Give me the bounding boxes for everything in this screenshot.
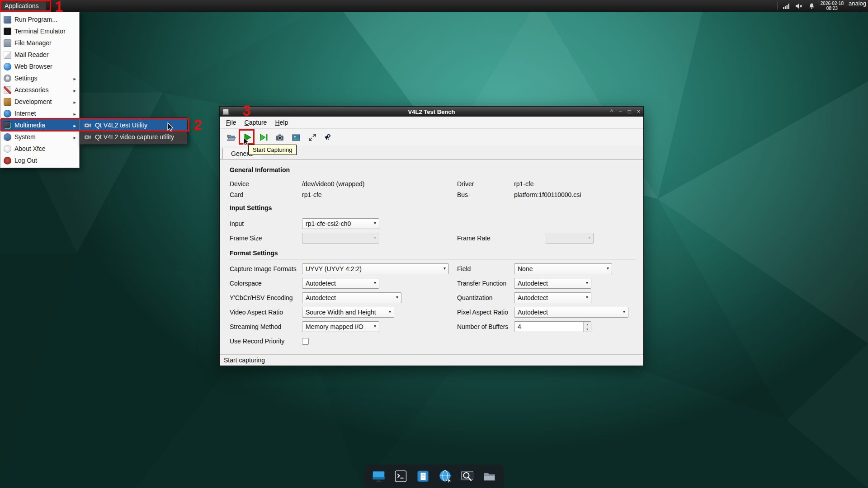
- start-capturing-button[interactable]: [241, 131, 254, 144]
- panel-corner-text: analog: [849, 0, 866, 7]
- menu-item-label: File Manager: [14, 39, 52, 47]
- quantization-combobox[interactable]: Autodetect: [514, 292, 591, 303]
- spin-down-icon[interactable]: [584, 327, 591, 332]
- submenu-arrow-icon: [71, 133, 76, 141]
- spin-up-icon[interactable]: [584, 322, 591, 327]
- frame-size-label: Frame Size: [230, 235, 302, 242]
- dock-file-manager-launcher[interactable]: [481, 467, 499, 485]
- pixel-aspect-combobox[interactable]: Autodetect: [514, 307, 628, 318]
- menu-item-accessories[interactable]: Accessories: [0, 84, 79, 96]
- menu-item-multimedia[interactable]: Multimedia: [0, 119, 79, 131]
- menu-item-internet[interactable]: Internet: [0, 108, 79, 119]
- menu-file[interactable]: File: [222, 117, 241, 127]
- top-panel: Applications 2026-02-18 08:23 analog: [0, 0, 868, 12]
- info-row-card-bus: Card rp1-cfe Bus platform:1f00110000.csi: [230, 189, 637, 200]
- status-text: Start capturing: [224, 357, 265, 364]
- input-combobox[interactable]: rp1-cfe-csi2-ch0: [302, 218, 379, 229]
- ycbcr-encoding-label: Y'CbCr/HSV Encoding: [230, 294, 302, 301]
- whats-this-help-button[interactable]: [322, 131, 335, 144]
- record-priority-checkbox[interactable]: [302, 338, 309, 345]
- dock-terminal-launcher[interactable]: [392, 467, 410, 485]
- bus-label: Bus: [457, 191, 514, 198]
- submenu-item-qt-v4l2-video-capture-utility[interactable]: Qt V4L2 video capture utility: [80, 131, 187, 143]
- close-button[interactable]: ×: [637, 107, 640, 117]
- mail-icon: [4, 51, 11, 59]
- menu-item-settings[interactable]: Settings: [0, 72, 79, 84]
- open-file-button[interactable]: [224, 131, 238, 144]
- card-label: Card: [230, 191, 302, 198]
- dock-web-browser-launcher[interactable]: [436, 467, 454, 485]
- menu-item-label: Log Out: [14, 157, 37, 164]
- menu-item-terminal-emulator[interactable]: Terminal Emulator: [0, 25, 79, 37]
- dock-text-editor-launcher[interactable]: [414, 467, 432, 485]
- colorspace-combobox[interactable]: Autodetect: [302, 278, 379, 289]
- menu-item-label: Multimedia: [14, 122, 45, 129]
- menu-item-file-manager[interactable]: File Manager: [0, 37, 79, 49]
- submenu-item-qt-v4l2-test-utility[interactable]: Qt V4L2 test Utility: [80, 119, 187, 131]
- desktop-display-icon: [370, 468, 387, 485]
- snapshot-button[interactable]: [273, 131, 287, 144]
- start-capturing-frame-icon: [259, 132, 269, 142]
- transfer-function-combobox[interactable]: Autodetect: [514, 278, 591, 289]
- menu-item-mail-reader[interactable]: Mail Reader: [0, 49, 79, 61]
- start-capturing-tooltip: Start Capturing: [248, 145, 297, 155]
- menu-item-log-out[interactable]: Log Out: [0, 155, 79, 166]
- video-aspect-label: Video Aspect Ratio: [230, 309, 302, 316]
- dock-desktop-launcher[interactable]: [370, 467, 388, 485]
- quantization-label: Quantization: [457, 294, 514, 301]
- shade-button[interactable]: ^: [610, 107, 613, 117]
- window-statusbar: Start capturing: [220, 354, 643, 366]
- network-signal-icon[interactable]: [783, 2, 790, 10]
- menu-item-label: Development: [14, 98, 52, 105]
- about-xfce-icon: [4, 145, 11, 153]
- submenu-item-label: Qt V4L2 test Utility: [95, 122, 147, 129]
- menu-item-web-browser[interactable]: Web Browser: [0, 61, 79, 72]
- maximize-button[interactable]: □: [628, 107, 631, 117]
- window-icon: [223, 109, 229, 115]
- transfer-function-label: Transfer Function: [457, 280, 514, 287]
- resize-to-frame-button[interactable]: [306, 131, 319, 144]
- row-video-pixel-aspect: Video Aspect Ratio Source Width and Heig…: [230, 305, 637, 319]
- save-raw-frame-icon: [291, 132, 301, 142]
- applications-menu-label: Applications: [5, 2, 39, 9]
- applications-menu-button[interactable]: Applications: [0, 0, 46, 12]
- dock-app-finder-launcher[interactable]: [458, 467, 476, 485]
- clock-time: 08:23: [826, 6, 838, 11]
- menu-help[interactable]: Help: [271, 117, 292, 127]
- driver-label: Driver: [457, 180, 514, 188]
- submenu-item-label: Qt V4L2 video capture utility: [95, 133, 174, 141]
- panel-clock[interactable]: 2026-02-18 08:23: [821, 1, 844, 11]
- volume-muted-icon[interactable]: [795, 2, 803, 10]
- start-capturing-frame-button[interactable]: [257, 131, 270, 144]
- menu-item-about-xfce[interactable]: About Xfce: [0, 143, 79, 155]
- clock-date: 2026-02-18: [821, 1, 844, 6]
- system-icon: [4, 133, 11, 141]
- notifications-bell-icon[interactable]: [808, 2, 816, 10]
- file-manager-folder-icon: [481, 468, 498, 485]
- capture-formats-combobox[interactable]: UYVY (UYVY 4:2:2): [302, 263, 449, 274]
- menu-item-system[interactable]: System: [0, 131, 79, 143]
- menu-capture[interactable]: Capture: [241, 117, 271, 127]
- field-combobox[interactable]: None: [514, 263, 612, 274]
- number-of-buffers-spinbox[interactable]: 4: [514, 321, 591, 332]
- frame-size-combobox: [302, 233, 379, 244]
- device-value: /dev/video0 (wrapped): [302, 180, 457, 188]
- window-title: V4L2 Test Bench: [220, 108, 643, 115]
- open-file-icon: [226, 132, 236, 142]
- window-titlebar[interactable]: V4L2 Test Bench ^ − □ ×: [220, 107, 643, 117]
- ycbcr-encoding-combobox[interactable]: Autodetect: [302, 292, 401, 303]
- panel-tray: 2026-02-18 08:23 analog: [777, 0, 868, 12]
- logout-icon: [4, 157, 11, 164]
- window-content: General Information Device /dev/video0 (…: [220, 160, 643, 354]
- streaming-method-combobox[interactable]: Memory mapped I/O: [302, 321, 379, 332]
- pixel-aspect-label: Pixel Aspect Ratio: [457, 309, 514, 316]
- menu-item-run-program[interactable]: Run Program...: [0, 14, 79, 25]
- capture-formats-label: Capture Image Formats: [230, 265, 302, 272]
- submenu-arrow-icon: [71, 98, 76, 105]
- minimize-button[interactable]: −: [619, 107, 622, 117]
- video-aspect-combobox[interactable]: Source Width and Height: [302, 307, 394, 318]
- save-raw-frame-button[interactable]: [289, 131, 303, 144]
- menu-item-development[interactable]: Development: [0, 96, 79, 108]
- frame-rate-combobox: [546, 233, 594, 244]
- snapshot-camera-icon: [275, 132, 285, 142]
